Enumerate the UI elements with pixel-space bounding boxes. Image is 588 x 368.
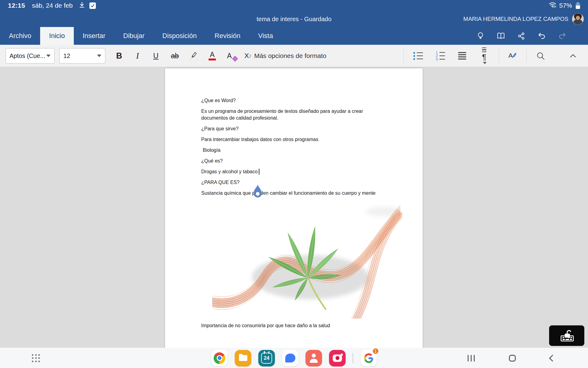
divider bbox=[403, 49, 404, 63]
undo-icon[interactable] bbox=[537, 32, 546, 40]
doc-line: Biología bbox=[203, 147, 410, 154]
font-color-swatch bbox=[209, 59, 216, 60]
tab-vista[interactable]: Vista bbox=[249, 27, 282, 45]
ribbon-tab-bar: Archivo Inicio Insertar Dibujar Disposic… bbox=[0, 27, 588, 45]
pilcrow-icon: ¶ bbox=[482, 53, 486, 61]
word-title-bar: tema de interes - Guardado MARIA HERMELI… bbox=[0, 11, 588, 27]
bullet-list-button[interactable] bbox=[411, 47, 425, 64]
tab-disposicion[interactable]: Disposición bbox=[153, 27, 206, 45]
dock-divider bbox=[353, 353, 353, 363]
more-format-options-button[interactable]: X2 Más opciones de formato bbox=[244, 47, 326, 64]
keyboard-lock-icon bbox=[558, 329, 576, 343]
divider bbox=[499, 49, 499, 63]
recents-button[interactable] bbox=[468, 355, 475, 362]
redo-icon bbox=[558, 32, 567, 40]
paragraph-formatting-button[interactable]: ¶ bbox=[477, 47, 491, 64]
status-date: sáb, 24 de feb bbox=[32, 2, 73, 9]
battery-percent: 57% bbox=[559, 2, 572, 9]
document-image-cannabis-leaf[interactable] bbox=[212, 201, 402, 319]
divider bbox=[526, 49, 527, 63]
app-drawer-button[interactable] bbox=[32, 354, 40, 362]
italic-button[interactable]: I bbox=[130, 47, 145, 64]
tab-revision[interactable]: Revisión bbox=[206, 27, 249, 45]
clock: 12:15 bbox=[8, 2, 25, 9]
format-pen-icon: A bbox=[508, 52, 517, 60]
back-button[interactable] bbox=[549, 355, 556, 362]
doc-line: Sustancia química que pueden cambiar el … bbox=[201, 190, 410, 197]
tab-insertar[interactable]: Insertar bbox=[74, 27, 115, 45]
system-navigation bbox=[468, 355, 555, 362]
google-app-icon[interactable]: 1 bbox=[360, 350, 377, 366]
google-g-icon bbox=[364, 353, 374, 363]
highlight-color-swatch bbox=[190, 59, 198, 61]
doc-line: ¿Qué es? bbox=[201, 158, 410, 164]
search-icon bbox=[536, 52, 545, 60]
font-name-dropdown[interactable]: Aptos (Cue... bbox=[6, 48, 55, 63]
chevron-down-icon bbox=[483, 62, 487, 64]
app-dock: 24 1 bbox=[211, 350, 377, 366]
camera-app-icon[interactable] bbox=[329, 350, 346, 366]
calendar-app-icon[interactable]: 24 bbox=[258, 350, 275, 366]
chevron-down-icon bbox=[46, 55, 51, 57]
cursor-drag-handle[interactable] bbox=[254, 184, 262, 200]
numbered-list-icon: 1 2 3 bbox=[435, 51, 445, 61]
font-color-button[interactable]: A bbox=[205, 47, 219, 64]
android-status-bar: 12:15 sáb, 24 de feb 57% bbox=[0, 0, 588, 11]
clear-formatting-button[interactable]: A bbox=[224, 47, 238, 64]
chrome-app-icon[interactable] bbox=[211, 350, 228, 366]
collapse-ribbon-button[interactable] bbox=[566, 47, 580, 64]
strikethrough-button[interactable]: ab bbox=[168, 47, 182, 64]
account-area[interactable]: MARIA HERMELINDA LOPEZ CAMPOS bbox=[463, 13, 584, 25]
doc-line: Para intercambiar trabajos datos con otr… bbox=[201, 136, 410, 143]
checkbox-notification-icon bbox=[89, 2, 96, 9]
chevron-down-icon bbox=[97, 55, 101, 57]
lightbulb-icon[interactable] bbox=[477, 32, 484, 40]
battery-icon bbox=[576, 2, 580, 9]
avatar[interactable] bbox=[572, 13, 584, 25]
wifi-icon bbox=[548, 1, 557, 10]
eraser-diamond-icon bbox=[232, 56, 238, 61]
doc-line: ¿PARA QUE ES? bbox=[201, 179, 410, 186]
font-name-value: Aptos (Cue... bbox=[9, 52, 45, 59]
document-canvas: ¿Que es Word? Es un programa de procesam… bbox=[0, 67, 588, 348]
doc-line: Es un programa de procesamiento de texto… bbox=[201, 108, 410, 121]
bold-button[interactable]: B bbox=[112, 47, 126, 64]
document-page[interactable]: ¿Que es Word? Es un programa de procesam… bbox=[165, 68, 423, 348]
underline-button[interactable]: U bbox=[149, 47, 163, 64]
reading-view-icon[interactable] bbox=[496, 32, 505, 40]
contacts-app-icon[interactable] bbox=[306, 350, 322, 366]
share-icon[interactable] bbox=[517, 32, 526, 40]
doc-line: Importancia de no consumirla por que hac… bbox=[201, 322, 410, 329]
calendar-day-label: 24 bbox=[264, 355, 269, 361]
highlighter-icon bbox=[190, 51, 198, 58]
align-button[interactable] bbox=[455, 47, 469, 64]
account-name: MARIA HERMELINDA LOPEZ CAMPOS bbox=[463, 16, 568, 22]
my-files-app-icon[interactable] bbox=[235, 350, 251, 366]
svg-text:A: A bbox=[508, 52, 513, 59]
format-pen-button[interactable]: A bbox=[506, 47, 520, 64]
home-button[interactable] bbox=[509, 355, 516, 362]
show-keyboard-button[interactable] bbox=[549, 325, 584, 346]
messages-app-icon[interactable] bbox=[282, 350, 299, 366]
format-toolbar: Aptos (Cue... 12 B I U ab A A X2 Más opc… bbox=[0, 45, 588, 67]
download-icon bbox=[79, 2, 85, 10]
align-justify-icon bbox=[458, 52, 466, 59]
bullet-list-icon bbox=[413, 52, 423, 60]
notification-badge: 1 bbox=[372, 348, 379, 355]
doc-line: ¿Que es Word? bbox=[201, 97, 410, 104]
text-cursor bbox=[259, 169, 259, 174]
tab-archivo[interactable]: Archivo bbox=[0, 27, 40, 45]
highlighter-button[interactable] bbox=[187, 47, 201, 64]
tab-inicio[interactable]: Inicio bbox=[40, 27, 74, 45]
tab-dibujar[interactable]: Dibujar bbox=[114, 27, 153, 45]
font-size-value: 12 bbox=[63, 52, 70, 59]
chevron-up-icon bbox=[569, 53, 577, 58]
search-button[interactable] bbox=[533, 47, 548, 64]
doc-line: Drogas y alcohol y tabaco bbox=[201, 168, 410, 175]
doc-line: ¿Para que sirve? bbox=[201, 125, 410, 132]
android-nav-bar: 24 1 bbox=[0, 348, 588, 368]
numbered-list-button[interactable]: 1 2 3 bbox=[433, 47, 447, 64]
font-size-dropdown[interactable]: 12 bbox=[59, 48, 105, 63]
